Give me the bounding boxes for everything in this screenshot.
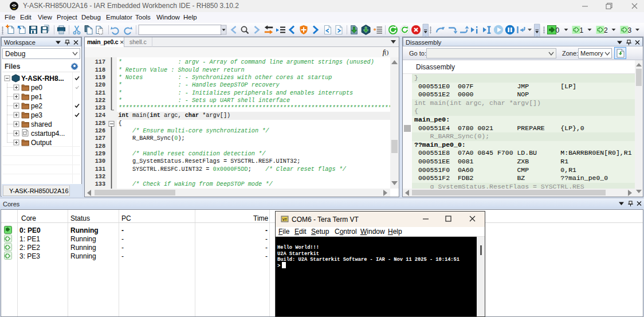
svg-text:VT: VT [282,218,287,221]
svg-text:1: 1 [580,26,584,34]
svg-text:0: 0 [556,26,560,34]
svg-text:3: 3 [628,26,632,34]
svg-text:2: 2 [604,26,608,34]
